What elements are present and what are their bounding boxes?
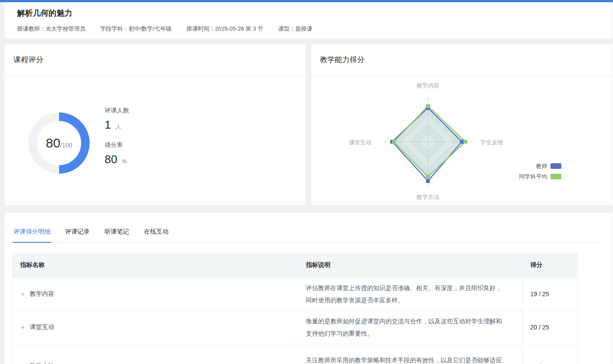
expand-row-icon[interactable]: + (20, 290, 25, 298)
tab-online-interaction[interactable]: 在线互动 (143, 224, 169, 242)
radar-axis-label-interaction: 课堂互动 (311, 139, 371, 147)
column-header-indicator-desc: 指标说明 (296, 253, 522, 277)
reviewer-count-value-row: 1 人 (105, 118, 129, 132)
indicator-name: 教学内容 (30, 290, 54, 298)
legend-swatch-subject-average (550, 174, 561, 179)
score-rate-value-row: 80 % (105, 153, 129, 166)
indicator-name-cell: + 课堂互动 (13, 311, 296, 344)
radar-chart-area: 教学内容 学生反馈 教学方法 课堂互动 教师 同学科平均 (311, 76, 613, 206)
tab-bar: 评课得分明细 评课记录 听课笔记 在线互动 (13, 224, 603, 243)
table-row: + 课堂互动 衡量的是教师如何促进课堂内的交流与合作，以及这些互动对学生理解和支… (13, 311, 578, 344)
meta-time: 授课时间：2025-05-26 第 3 节 (186, 25, 263, 33)
legend-item-subject-average[interactable]: 同学科平均 (460, 173, 561, 180)
column-header-score: 得分 (522, 253, 578, 277)
radar-legend: 教师 同学科平均 (460, 162, 561, 183)
column-header-indicator-name: 指标名称 (13, 253, 296, 277)
reviewer-count-value: 1 (105, 118, 111, 131)
page-title: 解析几何的魅力 (17, 8, 72, 18)
table-header-row: 指标名称 指标说明 得分 (13, 253, 578, 277)
expand-row-icon[interactable]: + (20, 324, 25, 331)
indicator-score: 22 / 25 (530, 363, 549, 364)
indicator-description: 评估教师在课堂上传授的知识是否准确、相关、有深度，并且组织良好，同时使用的教学资… (306, 282, 504, 306)
indicator-description: 衡量的是教师如何促进课堂内的交流与合作，以及这些互动对学生理解和支持他们学习的重… (306, 315, 504, 340)
indicator-description: 关注教师所采用的教学策略和技术手段的有效性，以及它们是否能够适应不同的学习风格和… (306, 354, 504, 364)
course-score-card-header: 课程评分 (5, 44, 306, 76)
expand-row-icon[interactable]: + (20, 363, 25, 364)
radar-axis-label-content: 教学内容 (311, 82, 545, 90)
indicator-name: 课堂互动 (30, 323, 54, 331)
teaching-ability-title: 教学能力得分 (320, 55, 364, 65)
indicator-name: 教学方法 (30, 362, 54, 364)
teaching-ability-card-header: 教学能力得分 (311, 44, 613, 76)
meta-course-type: 课型：新授课 (278, 25, 312, 33)
meta-teacher: 授课教师：光大学校管理员 (17, 25, 85, 33)
tab-listening-notes[interactable]: 听课笔记 (104, 224, 130, 242)
indicator-score: 20 / 25 (530, 324, 549, 331)
table-row: + 教学方法 关注教师所采用的教学策略和技术手段的有效性，以及它们是否能够适应不… (13, 344, 578, 364)
score-denominator: /100 (60, 142, 72, 149)
indicator-name-cell: + 教学内容 (13, 277, 296, 310)
score-value: 80 (46, 136, 60, 150)
course-score-card: 课程评分 80 /100 评课人数 1 人 得分率 80 % (4, 44, 306, 206)
course-score-title: 课程评分 (14, 55, 43, 65)
legend-item-teacher[interactable]: 教师 (460, 162, 561, 170)
course-header-card: 解析几何的魅力 授课教师：光大学校管理员 学段学科：初中/数学/七年级 授课时间… (4, 2, 613, 39)
reviewer-count-unit: 人 (116, 123, 121, 130)
score-stats: 评课人数 1 人 得分率 80 % (105, 107, 129, 176)
radar-axis-label-method: 教学方法 (311, 193, 545, 201)
legend-swatch-teacher (550, 163, 561, 169)
score-gauge-chart: 80 /100 (28, 112, 90, 174)
evaluation-detail-card: 评课得分明细 评课记录 听课笔记 在线互动 指标名称 指标说明 得分 + 教学内… (4, 212, 613, 364)
table-row: + 教学内容 评估教师在课堂上传授的知识是否准确、相关、有深度，并且组织良好，同… (13, 277, 578, 311)
legend-label-teacher: 教师 (536, 162, 547, 170)
indicator-name-cell: + 教学方法 (13, 344, 296, 364)
score-detail-table: 指标名称 指标说明 得分 + 教学内容 评估教师在课堂上传授的知识是否准确、相关… (12, 253, 578, 364)
course-meta-row: 授课教师：光大学校管理员 学段学科：初中/数学/七年级 授课时间：2025-05… (17, 25, 312, 33)
score-rate-value: 80 (105, 153, 117, 166)
score-rate-label: 得分率 (105, 141, 129, 149)
indicator-score: 19 / 25 (530, 290, 549, 298)
score-rate-unit: % (122, 158, 127, 164)
legend-label-subject-average: 同学科平均 (519, 173, 547, 181)
score-gauge-label: 80 /100 (28, 112, 90, 174)
meta-subject: 学段学科：初中/数学/七年级 (100, 25, 172, 33)
teaching-ability-card: 教学能力得分 教学内容 学生反馈 教学方法 课堂互动 教师 同学科平均 (311, 44, 613, 206)
radar-axis-label-feedback: 学生反馈 (480, 139, 503, 147)
tab-review-records[interactable]: 评课记录 (64, 224, 91, 242)
reviewer-count-label: 评课人数 (105, 107, 129, 115)
tab-score-detail[interactable]: 评课得分明细 (13, 224, 51, 243)
